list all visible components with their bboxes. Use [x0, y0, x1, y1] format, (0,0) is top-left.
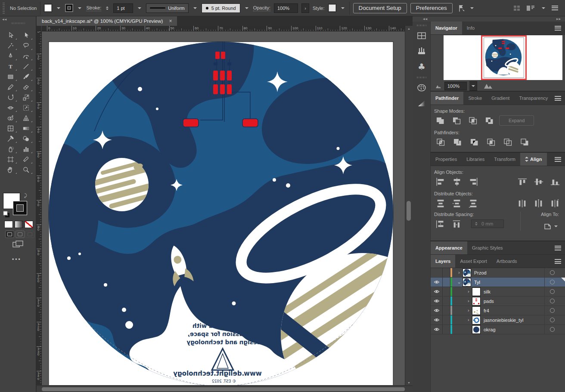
- navigator-preview[interactable]: [444, 35, 562, 80]
- fill-color-chevron-icon[interactable]: [56, 4, 62, 12]
- layer-name[interactable]: pads: [484, 299, 544, 304]
- align-right-icon[interactable]: [467, 176, 480, 187]
- visibility-toggle[interactable]: [431, 268, 443, 277]
- visibility-toggle[interactable]: [431, 287, 443, 296]
- canvas[interactable]: created with passion for space, design a…: [42, 31, 405, 385]
- shape-builder-tool[interactable]: [3, 113, 18, 123]
- expand-arrow-icon[interactable]: ›: [456, 270, 463, 275]
- visibility-toggle[interactable]: [431, 325, 443, 334]
- lock-toggle[interactable]: [443, 306, 450, 315]
- target-circle[interactable]: [544, 315, 559, 324]
- lock-toggle[interactable]: [443, 287, 450, 296]
- tab-gradient[interactable]: Gradient: [487, 92, 514, 105]
- layer-thumbnail[interactable]: [472, 316, 481, 324]
- target-circle[interactable]: [544, 306, 559, 315]
- zoom-in-icon[interactable]: [483, 83, 494, 90]
- tab-pathfinder[interactable]: Pathfinder: [431, 92, 463, 105]
- navigator-zoom-chevron-icon[interactable]: [469, 81, 477, 91]
- tab-info[interactable]: Info: [462, 22, 479, 34]
- tab-asset-export[interactable]: Asset Export: [455, 255, 491, 268]
- distribute-v-space-icon[interactable]: [434, 219, 447, 229]
- align-h-center-icon[interactable]: [450, 176, 463, 187]
- minus-front-icon[interactable]: [450, 115, 463, 126]
- pen-tool[interactable]: [3, 51, 18, 61]
- expand-arrow-icon[interactable]: ›: [465, 289, 472, 294]
- lock-toggle[interactable]: [443, 296, 450, 306]
- lock-toggle[interactable]: [443, 268, 450, 277]
- draw-normal-mode-button[interactable]: [5, 231, 14, 238]
- tab-appearance[interactable]: Appearance: [431, 241, 467, 254]
- stroke-color-chevron-icon[interactable]: [77, 4, 83, 12]
- tab-graphic-styles[interactable]: Graphic Styles: [467, 241, 508, 254]
- tab-artboards[interactable]: Artboards: [492, 255, 522, 268]
- opacity-panel-arrow[interactable]: ›: [301, 3, 309, 13]
- lock-toggle[interactable]: [443, 315, 450, 324]
- close-icon[interactable]: ×: [169, 18, 172, 24]
- divide-icon[interactable]: [434, 137, 447, 147]
- intersect-icon[interactable]: [467, 115, 479, 126]
- tab-transform[interactable]: Transform: [489, 153, 520, 166]
- screen-mode-icon[interactable]: [12, 240, 24, 249]
- line-segment-tool[interactable]: [18, 61, 34, 71]
- brush-dropdown[interactable]: 5 pt. Round: [202, 3, 240, 13]
- distribute-right-icon[interactable]: [549, 198, 562, 208]
- expand-arrow-icon[interactable]: ⌄: [456, 279, 463, 285]
- draw-behind-mode-button[interactable]: [16, 231, 25, 238]
- artwork-svg[interactable]: created with passion for space, design a…: [42, 31, 405, 385]
- layer-thumbnail[interactable]: [463, 278, 471, 287]
- workspace-icon[interactable]: [456, 4, 466, 12]
- expand-panels-icon[interactable]: ▶▶: [556, 17, 561, 20]
- stroke-label[interactable]: Stroke:: [86, 5, 101, 11]
- width-profile-chevron-icon[interactable]: [192, 4, 198, 12]
- brushes-panel-icon[interactable]: [414, 43, 429, 59]
- layer-thumbnail[interactable]: [463, 269, 471, 277]
- panel-grip-icon[interactable]: [3, 3, 5, 14]
- selection-tool[interactable]: [3, 30, 18, 40]
- color-guide-panel-icon[interactable]: [414, 96, 429, 111]
- lock-toggle[interactable]: [443, 278, 450, 287]
- strip-grip-icon[interactable]: [417, 25, 426, 26]
- visibility-toggle[interactable]: [431, 278, 443, 287]
- layer-name[interactable]: Przod: [474, 270, 544, 275]
- layer-row-Przod[interactable]: ›Przod: [431, 268, 565, 278]
- width-profile-dropdown[interactable]: Uniform: [146, 3, 189, 13]
- arrange-documents-icon[interactable]: [526, 4, 535, 12]
- rectangle-tool[interactable]: [3, 71, 18, 82]
- tools-grip-icon[interactable]: [11, 22, 25, 24]
- default-fill-stroke-icon[interactable]: [3, 211, 10, 218]
- expand-arrow-icon[interactable]: ›: [465, 298, 472, 304]
- unite-icon[interactable]: [434, 115, 447, 126]
- distribute-top-icon[interactable]: [434, 198, 447, 208]
- eyedropper-tool[interactable]: [3, 133, 18, 144]
- slice-tool[interactable]: [18, 154, 34, 164]
- vertical-scroll-thumb[interactable]: [407, 201, 411, 221]
- layer-row-Tyl[interactable]: ⌄Tyl: [431, 278, 565, 287]
- layer-name[interactable]: fr4: [484, 308, 544, 313]
- stroke-weight-stepper[interactable]: [105, 6, 110, 10]
- layer-thumbnail[interactable]: [472, 325, 481, 334]
- trim-icon[interactable]: [451, 137, 464, 147]
- style-swatch[interactable]: [328, 4, 336, 12]
- layer-thumbnail[interactable]: [472, 306, 481, 315]
- vertical-scrollbar[interactable]: ▲ ▼: [405, 26, 413, 386]
- menu-icon[interactable]: [552, 6, 558, 10]
- ruler-left[interactable]: 01 02 03 04 05 06 07 08 09 01 0 01 1 01 …: [37, 31, 42, 385]
- app-grid-icon[interactable]: [513, 4, 521, 12]
- edit-toolbar-icon[interactable]: •••: [12, 256, 22, 262]
- symbol-sprayer-tool[interactable]: [3, 144, 18, 154]
- tab-transparency[interactable]: Transparency: [514, 92, 553, 105]
- layer-name[interactable]: Tyl: [474, 280, 544, 285]
- merge-icon[interactable]: [468, 137, 481, 147]
- hand-tool[interactable]: [3, 164, 18, 175]
- swap-fill-stroke-icon[interactable]: ⤸: [24, 193, 27, 198]
- style-chevron-icon[interactable]: [340, 4, 346, 12]
- layer-row-okrag[interactable]: okrag: [431, 325, 565, 334]
- visibility-toggle[interactable]: [431, 296, 443, 306]
- navigator-view-box[interactable]: [481, 35, 527, 80]
- spacing-value-field[interactable]: 0 mm: [471, 219, 504, 228]
- align-bottom-icon[interactable]: [549, 176, 562, 187]
- layer-thumbnail[interactable]: [472, 287, 481, 296]
- artboard-tool[interactable]: [3, 154, 18, 164]
- layer-row-fr4[interactable]: ›fr4: [431, 306, 565, 315]
- ruler-corner[interactable]: [37, 26, 42, 31]
